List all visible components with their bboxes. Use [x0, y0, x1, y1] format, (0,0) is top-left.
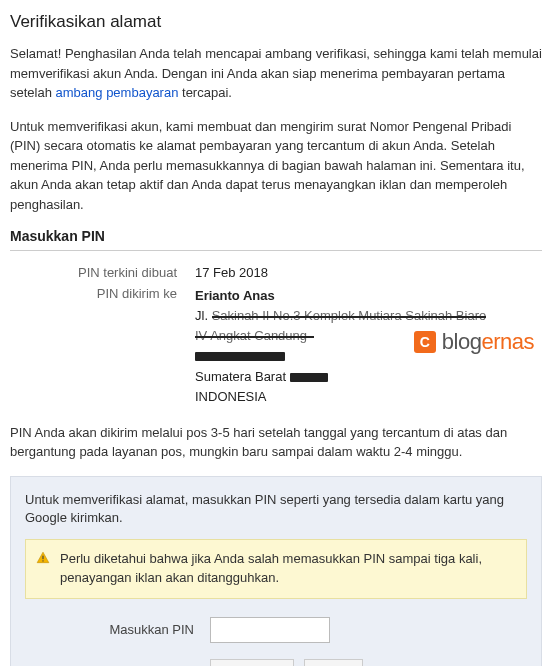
warning-text: Perlu diketahui bahwa jika Anda salah me…: [60, 551, 482, 585]
warning-box: Perlu diketahui bahwa jika Anda salah me…: [25, 539, 527, 599]
section-title: Masukkan PIN: [10, 228, 542, 251]
address-country: INDONESIA: [195, 387, 542, 407]
intro-paragraph-2: Untuk memverifikasi akun, kami membuat d…: [10, 117, 542, 215]
svg-rect-0: [42, 556, 43, 560]
redacted-text: IV Angkat Candung: [195, 326, 314, 346]
province-text: Sumatera Barat: [195, 369, 290, 384]
addr-prefix: Jl.: [195, 308, 212, 323]
delivery-note: PIN Anda akan dikirim melalui pos 3-5 ha…: [10, 423, 542, 462]
watermark-text: blogernas: [442, 329, 534, 355]
watermark: C blogernas: [414, 329, 534, 355]
payment-threshold-link[interactable]: ambang pembayaran: [56, 85, 179, 100]
pin-info-block: PIN terkini dibuat 17 Feb 2018 PIN dikir…: [10, 265, 542, 407]
watermark-badge-icon: C: [414, 331, 436, 353]
verify-box: Untuk memverifikasi alamat, masukkan PIN…: [10, 476, 542, 666]
cancel-button[interactable]: Batal: [304, 659, 363, 666]
pin-input-row: Masukkan PIN: [25, 617, 527, 643]
submit-pin-button[interactable]: Kirim PIN: [210, 659, 294, 666]
redacted-block: [290, 373, 328, 382]
intro-paragraph-1: Selamat! Penghasilan Anda telah mencapai…: [10, 44, 542, 103]
pin-date-label: PIN terkini dibuat: [10, 265, 195, 280]
address-province: Sumatera Barat: [195, 367, 542, 387]
verify-lead: Untuk memverifikasi alamat, masukkan PIN…: [25, 491, 527, 527]
recipient-name: Erianto Anas: [195, 286, 542, 306]
button-row: Kirim PIN Batal: [25, 659, 527, 666]
redacted-block: [195, 352, 285, 361]
pin-recipient-label: PIN dikirim ke: [10, 286, 195, 407]
pin-input[interactable]: [210, 617, 330, 643]
intro-text-2: tercapai.: [178, 85, 231, 100]
redacted-text: Sakinah II No.3 Komplek Mutiara Sakinah …: [212, 306, 487, 326]
address-line-1: Jl. Sakinah II No.3 Komplek Mutiara Saki…: [195, 306, 542, 326]
warning-icon: [36, 551, 50, 565]
pin-date-value: 17 Feb 2018: [195, 265, 542, 280]
svg-rect-1: [42, 561, 43, 562]
pin-input-label: Masukkan PIN: [25, 622, 210, 637]
page-title: Verifikasikan alamat: [10, 12, 542, 32]
